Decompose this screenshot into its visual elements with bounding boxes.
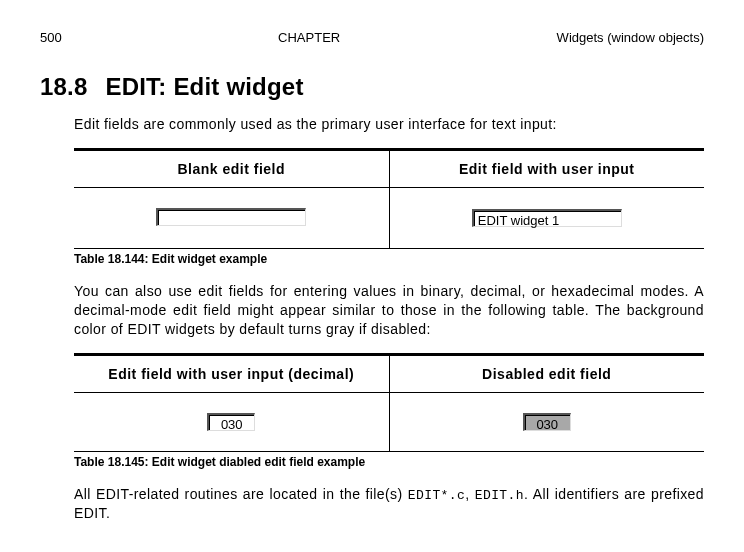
edit-field-userinput[interactable]: EDIT widget 1 — [472, 209, 622, 227]
section-number: 18.8 — [40, 73, 88, 101]
table2-header-disabled: Disabled edit field — [389, 354, 704, 392]
edit-example-table-2: Edit field with user input (decimal) Dis… — [74, 353, 704, 452]
table1-caption: Table 18.144: Edit widget example — [74, 252, 704, 266]
intro-paragraph: Edit fields are commonly used as the pri… — [74, 115, 704, 134]
table1-cell-userinput: EDIT widget 1 — [389, 187, 704, 248]
section-title: EDIT: Edit widget — [106, 73, 304, 100]
edit-field-disabled: 030 — [523, 413, 571, 431]
paragraph-3: All EDIT-related routines are located in… — [74, 485, 704, 523]
chapter-title: Widgets (window objects) — [557, 30, 704, 45]
table2-caption: Table 18.145: Edit widget diabled edit f… — [74, 455, 704, 469]
table2-cell-disabled: 030 — [389, 392, 704, 451]
table1-header-blank: Blank edit field — [74, 149, 389, 187]
edit-field-decimal[interactable]: 030 — [207, 413, 255, 431]
para3-mid: , — [465, 486, 475, 502]
page-header: 500 CHAPTER Widgets (window objects) — [40, 30, 704, 45]
table2-cell-decimal: 030 — [74, 392, 389, 451]
chapter-label: CHAPTER — [278, 30, 340, 45]
paragraph-2: You can also use edit fields for enterin… — [74, 282, 704, 339]
para3-code2: EDIT.h — [475, 488, 524, 503]
page-number: 500 — [40, 30, 62, 45]
table1-cell-blank — [74, 187, 389, 248]
para3-pre: All EDIT-related routines are located in… — [74, 486, 408, 502]
table1-header-userinput: Edit field with user input — [389, 149, 704, 187]
section-heading: 18.8EDIT: Edit widget — [40, 73, 704, 101]
table2-header-decimal: Edit field with user input (decimal) — [74, 354, 389, 392]
edit-field-blank[interactable] — [156, 208, 306, 226]
para3-code1: EDIT*.c — [408, 488, 465, 503]
edit-example-table-1: Blank edit field Edit field with user in… — [74, 148, 704, 249]
